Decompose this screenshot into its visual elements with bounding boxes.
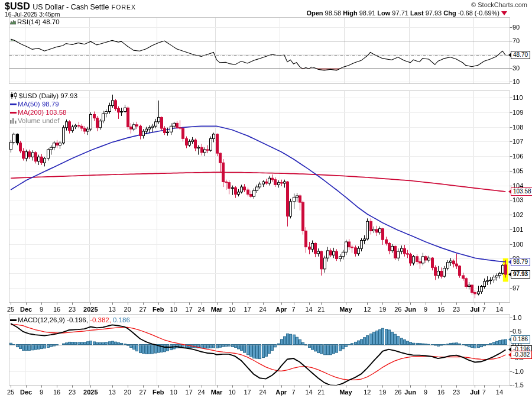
x-axis-tick-label: Dec: [20, 306, 32, 313]
chg-down-triangle-icon: [501, 11, 507, 15]
x-axis-tick-label: 27: [140, 389, 147, 396]
y-axis-tick-label: 101: [512, 226, 523, 233]
volume-legend-label: Volume undef: [18, 117, 59, 124]
x-axis-tick-label: 14: [496, 389, 503, 396]
y-axis-tick-label: 97: [512, 284, 520, 292]
volume-icon: [10, 117, 17, 125]
x-axis-tick-label: Feb: [153, 306, 164, 313]
x-axis-tick-label: 24: [197, 306, 205, 313]
low-value: 97.71: [392, 9, 408, 17]
rsi-legend-label: RSI(14) 48.70: [17, 18, 60, 25]
y-axis-tick-label: 109: [512, 109, 523, 116]
x-axis-tick-label: 16: [53, 389, 60, 396]
x-axis-tick-label: May: [339, 306, 352, 313]
x-axis-tick-label: 19: [379, 306, 386, 313]
x-axis-tick-label: Dec: [20, 389, 32, 396]
macd-hist-value: 0.186: [113, 316, 130, 323]
x-axis-tick-label: 17: [244, 306, 251, 313]
quote-summary: Open 98.58 High 98.91 Low 97.71 Last 97.…: [306, 9, 507, 17]
x-axis-tick-label: 20: [124, 389, 131, 396]
x-axis-tick-label: 24: [259, 389, 266, 396]
x-axis-tick-label: Feb: [153, 389, 164, 396]
x-axis-tick-label: 9: [40, 389, 43, 396]
timestamp: 16-Jul-2025 3:45pm: [5, 11, 60, 18]
x-axis-tick-label: 25: [7, 389, 14, 396]
candlestick-icon: [10, 92, 18, 101]
x-axis-tick-label: 2025: [83, 389, 98, 396]
x-axis-tick-label: 25: [7, 306, 14, 313]
x-axis-tick-label: 12: [364, 389, 371, 396]
macd-legend: MACD(12,26,9) -0.196, -0.382, 0.186: [10, 316, 130, 324]
stockcharts-credit: © StockCharts.com: [471, 1, 527, 8]
x-axis-tick-label: 23: [453, 389, 460, 396]
stockcharts-chart-page: $USD US Dollar - Cash Settle FOREX 16-Ju…: [0, 0, 532, 398]
axis-value-badge: 97.93: [511, 270, 530, 279]
x-axis-tick-label: 17: [244, 389, 251, 396]
macd-line-icon: [10, 319, 17, 321]
x-axis-tick-label: 9: [40, 306, 43, 313]
x-axis-tick-label: 17: [186, 389, 193, 396]
volume-legend: Volume undef: [10, 117, 59, 125]
price-legend-label: $USD (Daily) 97.93: [19, 92, 77, 99]
x-axis-tick-label: 13: [109, 389, 116, 396]
x-axis-tick-label: 13: [109, 306, 116, 313]
x-axis-tick-label: 14: [496, 306, 503, 313]
high-value: 98.91: [359, 9, 376, 17]
last-label: Last: [410, 9, 424, 17]
ma200-legend: MA(200) 103.58: [10, 108, 66, 117]
x-axis-tick-label: Apr: [275, 389, 287, 396]
badge-arrow-icon: [508, 53, 511, 57]
y-axis-tick-label: 90: [512, 24, 520, 31]
y-axis-tick-label: 105: [512, 167, 523, 174]
macd-signal-value: -0.382,: [90, 316, 111, 323]
y-axis-tick-label: -1.5: [512, 381, 524, 389]
x-axis-tick-label: 26: [394, 389, 401, 396]
x-axis-tick-label: 24: [197, 389, 205, 396]
y-axis-tick-label: 106: [512, 153, 523, 160]
axis-value-badge: 0.186: [511, 335, 530, 344]
x-axis-tick-label: May: [339, 389, 352, 396]
chg-value: -0.68 (-0.69%): [458, 9, 499, 17]
x-axis-tick-label: 7: [291, 389, 295, 396]
y-axis-tick-label: 1.0: [512, 314, 521, 321]
ma50-legend: MA(50) 98.79: [10, 100, 59, 108]
x-axis-tick-label: Jul: [470, 389, 479, 396]
x-axis-tick-label: 16: [437, 389, 445, 396]
badge-arrow-icon: [508, 272, 511, 277]
x-axis-tick-label: 10: [170, 389, 177, 396]
y-axis-tick-label: 102: [512, 211, 523, 218]
x-axis-tick-label: 2025: [83, 306, 98, 313]
symbol-description: US Dollar - Cash Settle: [33, 3, 109, 11]
y-axis-tick-label: 110: [512, 94, 523, 101]
x-axis-tick-label: 27: [140, 306, 147, 313]
x-axis-tick-label: 23: [453, 306, 460, 313]
x-axis-tick-label: 23: [69, 389, 76, 396]
chart-canvas: [0, 0, 532, 398]
x-axis-tick-label: 17: [186, 306, 193, 313]
badge-arrow-icon: [508, 352, 511, 357]
ma200-legend-label: MA(200) 103.58: [18, 109, 66, 116]
ma50-legend-label: MA(50) 98.79: [18, 101, 59, 108]
x-axis-tick-label: 21: [317, 306, 325, 313]
x-axis-tick-label: 10: [228, 389, 235, 396]
x-axis-tick-label: 21: [317, 389, 325, 396]
axis-value-badge: 48.70: [511, 51, 530, 59]
ma50-line-icon: [10, 103, 17, 105]
x-axis-tick-label: 20: [124, 306, 131, 313]
y-axis-tick-label: 10: [512, 78, 520, 85]
ma200-line-icon: [10, 112, 17, 114]
exchange-label: FOREX: [112, 4, 136, 11]
x-axis-tick-label: 12: [364, 306, 371, 313]
x-axis-tick-label: 16: [53, 306, 60, 313]
x-axis-tick-label: 10: [228, 306, 235, 313]
y-axis-tick-label: 30: [512, 64, 520, 72]
x-axis-tick-label: 7: [482, 306, 486, 313]
x-axis-tick-label: 14: [305, 306, 312, 313]
y-axis-tick-label: 70: [512, 37, 520, 44]
x-axis-tick-label: 24: [259, 306, 266, 313]
badge-arrow-icon: [508, 337, 511, 342]
x-axis-tick-label: 10: [170, 306, 177, 313]
x-axis-tick-label: Mar: [211, 306, 223, 313]
x-axis-tick-label: 7: [482, 389, 486, 396]
y-axis-tick-label: 103: [512, 196, 523, 203]
